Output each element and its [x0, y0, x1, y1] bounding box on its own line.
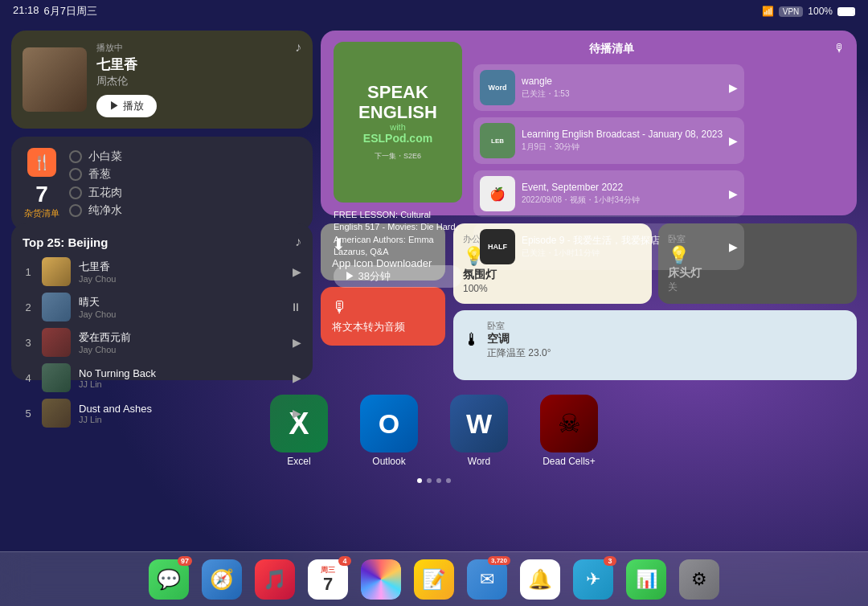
grocery-count: 7: [35, 183, 48, 206]
chart-play-4[interactable]: ▶: [293, 371, 301, 384]
app-icon-word[interactable]: W Word: [450, 395, 508, 467]
deadcells-label: Dead Cells+: [542, 456, 596, 467]
chart-play-2[interactable]: ⏸: [290, 301, 301, 313]
outlook-label: Outlook: [372, 456, 405, 467]
chart-item-2[interactable]: 2 晴天 Jay Chou ⏸: [23, 293, 301, 321]
dock-telegram[interactable]: ✈ 3: [573, 559, 613, 600]
dock-safari[interactable]: 🧭: [202, 559, 242, 600]
chart-rank-5: 5: [23, 407, 34, 420]
grocery-items: 小白菜 香葱 五花肉 纯净水: [69, 148, 300, 219]
podcast-icon: 🎙: [834, 42, 845, 55]
music-play-button[interactable]: ▶ 播放: [96, 95, 157, 117]
chart-note-icon: ♪: [295, 235, 301, 249]
episode-info-4: Episode 9 - 我爱生活，我爱探店 已关注・1小时11分钟: [522, 235, 723, 259]
episode-title-3: Event, September 2022: [522, 182, 723, 194]
grocery-icon: 🍴: [27, 148, 56, 177]
chart-thumb-5: [42, 399, 71, 428]
checkbox-3[interactable]: [69, 186, 82, 199]
page-dot-4[interactable]: [446, 478, 451, 483]
app-icon-outlook[interactable]: O Outlook: [360, 395, 418, 467]
photos-icon: [361, 559, 401, 600]
episode-info-1: wangle 已关注・1:53: [522, 76, 723, 100]
grocery-item-label-2: 香葱: [88, 167, 111, 182]
podcast-cover-sub: with: [390, 122, 406, 132]
dock-mail[interactable]: ✉ 3,720: [467, 559, 507, 600]
chart-rank-1: 1: [23, 266, 34, 278]
album-art: [23, 47, 87, 112]
chart-title: Top 25: Beijing: [23, 235, 108, 249]
dock-calendar[interactable]: 周三 7 4: [308, 559, 348, 600]
chart-item-3[interactable]: 3 爱在西元前 Jay Chou ▶: [23, 328, 301, 357]
chart-item-1[interactable]: 1 七里香 Jay Chou ▶: [23, 257, 301, 286]
page-dot-1[interactable]: [417, 478, 422, 483]
podcast-episode-2[interactable]: LEB Learning English Broadcast - January…: [473, 117, 744, 164]
home-widget-ac[interactable]: 🌡 卧室 空调 正降温至 23.0°: [453, 310, 857, 380]
episode-info-2: Learning English Broadcast - January 08,…: [522, 129, 723, 153]
checkbox-2[interactable]: [69, 168, 82, 181]
episode-play-1[interactable]: ▶: [729, 81, 738, 94]
grocery-label: 杂货清单: [24, 207, 59, 219]
deadcells-icon: ☠: [540, 395, 598, 452]
episode-meta-2: 1月9日・30分钟: [522, 141, 723, 153]
dock-numbers[interactable]: 📊: [626, 559, 666, 600]
word-label: Word: [468, 456, 490, 467]
chart-rank-4: 4: [23, 372, 34, 384]
date-label: 6月7日周三: [44, 4, 97, 18]
chart-header: Top 25: Beijing ♪: [23, 235, 301, 249]
checkbox-1[interactable]: [69, 150, 82, 163]
app-icon-deadcells[interactable]: ☠ Dead Cells+: [540, 395, 598, 467]
page-dots: [11, 475, 857, 486]
episode-info-3: Event, September 2022 2022/09/08・视频・1小时3…: [522, 182, 723, 206]
battery-label: 100%: [808, 6, 833, 17]
episode-title-4: Episode 9 - 我爱生活，我爱探店: [522, 235, 723, 248]
podcast-episode-4[interactable]: HALF Episode 9 - 我爱生活，我爱探店 已关注・1小时11分钟 ▶: [473, 223, 744, 270]
grocery-item-2: 香葱: [69, 167, 300, 182]
chart-info-3: 爱在西元前 Jay Chou: [79, 330, 285, 354]
chart-play-3[interactable]: ▶: [293, 336, 301, 349]
podcast-episode-3[interactable]: 🍎 Event, September 2022 2022/09/08・视频・1小…: [473, 170, 744, 217]
chart-item-5[interactable]: 5 Dust and Ashes JJ Lin ▶: [23, 399, 301, 428]
episode-thumb-1: Word: [480, 70, 515, 105]
chart-artist-2: Jay Chou: [79, 309, 282, 319]
chart-item-4[interactable]: 4 No Turning Back JJ Lin ▶: [23, 363, 301, 392]
grocery-item-label-3: 五花肉: [88, 186, 122, 200]
time-label: 21:18: [13, 4, 39, 18]
music-album: [23, 47, 87, 112]
episode-play-4[interactable]: ▶: [729, 240, 738, 253]
dock-photos[interactable]: [361, 559, 401, 600]
music-status: 播放中: [96, 42, 301, 54]
episode-title-1: wangle: [522, 76, 723, 88]
chart-widget: Top 25: Beijing ♪ 1 七里香 Jay Chou ▶ 2: [11, 223, 313, 380]
episode-play-2[interactable]: ▶: [729, 134, 738, 147]
dock-messages[interactable]: 💬 97: [149, 559, 189, 600]
podcast-desc: FREE LESSON: Cultural English 517 - Movi…: [334, 209, 462, 259]
chart-play-5[interactable]: ▶: [293, 407, 301, 420]
quick-btn-tts[interactable]: 🎙 将文本转为音频: [321, 287, 445, 346]
chart-artist-3: Jay Chou: [79, 345, 285, 354]
dock-settings[interactable]: ⚙: [679, 559, 719, 600]
chart-song-5: Dust and Ashes: [79, 403, 285, 415]
chart-play-1[interactable]: ▶: [293, 265, 301, 278]
music-note-icon: ♪: [295, 40, 301, 55]
mail-badge: 3,720: [488, 556, 510, 565]
podcast-play-button[interactable]: ▶ 38分钟: [334, 265, 462, 288]
checkbox-4[interactable]: [69, 204, 82, 217]
chart-info-4: No Turning Back JJ Lin: [79, 367, 285, 389]
grocery-left: 🍴 7 杂货清单: [24, 148, 59, 219]
episode-play-3[interactable]: ▶: [729, 187, 738, 200]
chart-rank-3: 3: [23, 337, 34, 349]
grocery-item-3: 五花肉: [69, 186, 300, 200]
messages-badge: 97: [178, 556, 192, 566]
top-row: ♪ 播放中 七里香 周杰伦 ▶ 播放 🍴: [11, 31, 857, 215]
dock-reminders[interactable]: 🔔: [520, 559, 560, 600]
dock-music[interactable]: 🎵: [255, 559, 295, 600]
page-dot-2[interactable]: [427, 478, 432, 483]
music-title: 七里香: [96, 55, 301, 74]
left-widgets: ♪ 播放中 七里香 周杰伦 ▶ 播放 🍴: [11, 31, 313, 215]
dock-notes[interactable]: 📝: [414, 559, 454, 600]
podcast-episode-1[interactable]: Word wangle 已关注・1:53 ▶: [473, 64, 744, 111]
page-dot-3[interactable]: [436, 478, 441, 483]
episode-thumb-2: LEB: [480, 123, 515, 158]
chart-artist-1: Jay Chou: [79, 274, 285, 284]
podcast-cover-title: SPEAKENGLISH: [358, 83, 437, 121]
